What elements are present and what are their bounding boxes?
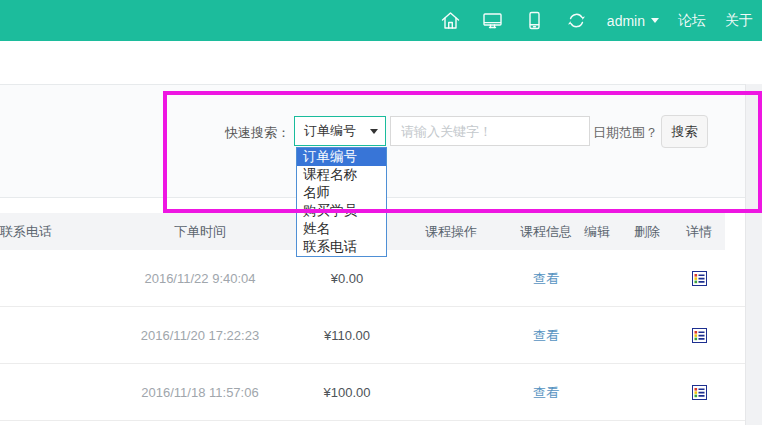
table-row: 2016/11/22 9:40:04 ¥0.00 查看 — [0, 250, 745, 307]
user-menu[interactable]: admin — [607, 13, 659, 29]
header-delete: 删除 — [622, 213, 672, 250]
detail-icon[interactable] — [692, 328, 707, 343]
header-detail: 详情 — [674, 213, 724, 250]
header-time: 下单时间 — [150, 213, 250, 250]
dropdown-option-name[interactable]: 姓名 — [297, 220, 386, 238]
home-icon[interactable] — [439, 9, 462, 32]
detail-icon[interactable] — [692, 271, 707, 286]
chevron-down-icon — [651, 18, 659, 23]
header-phone: 联系电话 — [0, 213, 60, 250]
detail-cell — [674, 250, 724, 307]
topbar: admin 论坛 关于 — [0, 0, 762, 41]
order-amount: ¥110.00 — [277, 307, 417, 364]
refresh-icon[interactable] — [565, 9, 588, 32]
view-link[interactable]: 查看 — [533, 385, 559, 400]
search-field-dropdown: 订单编号 课程名称 名师 购买学员 姓名 联系电话 — [296, 147, 387, 257]
desktop-icon[interactable] — [481, 9, 504, 32]
header-operation: 课程操作 — [411, 213, 491, 250]
course-info-cell: 查看 — [506, 307, 586, 364]
admin-order-page: admin 论坛 关于 快速搜索： 订单编号 订单编号 课程名称 名师 购买学员… — [0, 0, 762, 425]
search-field-select[interactable]: 订单编号 — [294, 116, 386, 146]
page-background-strip — [745, 84, 762, 425]
order-time: 2016/11/22 9:40:04 — [120, 250, 280, 307]
table-row: 2016/11/18 11:57:06 ¥100.00 查看 — [0, 364, 745, 421]
dropdown-option-phone[interactable]: 联系电话 — [297, 238, 386, 256]
detail-cell — [674, 364, 724, 421]
forum-link[interactable]: 论坛 — [678, 12, 706, 30]
about-link[interactable]: 关于 — [725, 12, 753, 30]
order-amount: ¥0.00 — [277, 250, 417, 307]
keyword-input[interactable] — [390, 116, 590, 146]
detail-icon[interactable] — [692, 385, 707, 400]
course-info-cell: 查看 — [506, 364, 586, 421]
dropdown-option-teacher[interactable]: 名师 — [297, 184, 386, 202]
select-caret-icon — [370, 129, 378, 134]
header-edit: 编辑 — [572, 213, 622, 250]
table-row: 2016/11/20 17:22:23 ¥110.00 查看 — [0, 307, 745, 364]
order-time: 2016/11/20 17:22:23 — [120, 307, 280, 364]
view-link[interactable]: 查看 — [533, 328, 559, 343]
course-info-cell: 查看 — [506, 250, 586, 307]
dropdown-option-course-name[interactable]: 课程名称 — [297, 166, 386, 184]
order-time: 2016/11/18 11:57:06 — [120, 364, 280, 421]
dropdown-option-student[interactable]: 购买学员 — [297, 202, 386, 220]
user-menu-label: admin — [607, 13, 645, 29]
detail-cell — [674, 307, 724, 364]
search-field-selected-value: 订单编号 — [304, 122, 356, 140]
view-link[interactable]: 查看 — [533, 271, 559, 286]
dropdown-option-order-number[interactable]: 订单编号 — [297, 148, 386, 166]
order-amount: ¥100.00 — [277, 364, 417, 421]
mobile-icon[interactable] — [523, 9, 546, 32]
date-range-label[interactable]: 日期范围？ — [593, 124, 657, 142]
search-button[interactable]: 搜索 — [661, 115, 708, 148]
quick-search-label: 快速搜索： — [195, 124, 290, 142]
